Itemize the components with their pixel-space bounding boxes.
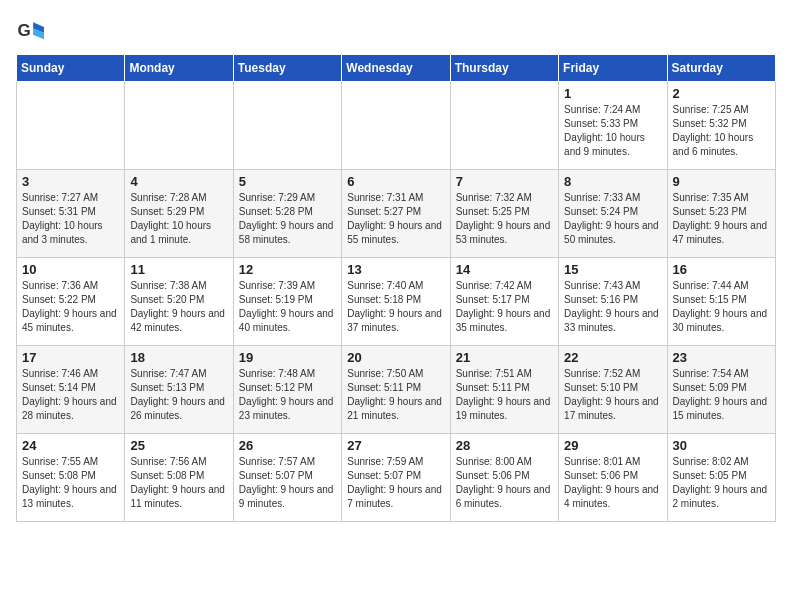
day-info: Sunrise: 7:57 AM Sunset: 5:07 PM Dayligh…	[239, 455, 336, 511]
day-number: 22	[564, 350, 661, 365]
header-monday: Monday	[125, 55, 233, 82]
calendar-cell: 20Sunrise: 7:50 AM Sunset: 5:11 PM Dayli…	[342, 346, 450, 434]
calendar-cell	[17, 82, 125, 170]
day-number: 25	[130, 438, 227, 453]
day-number: 17	[22, 350, 119, 365]
day-info: Sunrise: 7:44 AM Sunset: 5:15 PM Dayligh…	[673, 279, 770, 335]
calendar-cell: 3Sunrise: 7:27 AM Sunset: 5:31 PM Daylig…	[17, 170, 125, 258]
day-info: Sunrise: 7:35 AM Sunset: 5:23 PM Dayligh…	[673, 191, 770, 247]
logo-icon: G	[16, 16, 44, 44]
day-number: 6	[347, 174, 444, 189]
day-number: 27	[347, 438, 444, 453]
day-info: Sunrise: 7:50 AM Sunset: 5:11 PM Dayligh…	[347, 367, 444, 423]
day-info: Sunrise: 7:46 AM Sunset: 5:14 PM Dayligh…	[22, 367, 119, 423]
day-info: Sunrise: 7:24 AM Sunset: 5:33 PM Dayligh…	[564, 103, 661, 159]
day-info: Sunrise: 7:39 AM Sunset: 5:19 PM Dayligh…	[239, 279, 336, 335]
day-number: 12	[239, 262, 336, 277]
calendar-cell: 13Sunrise: 7:40 AM Sunset: 5:18 PM Dayli…	[342, 258, 450, 346]
day-number: 19	[239, 350, 336, 365]
day-number: 10	[22, 262, 119, 277]
day-number: 1	[564, 86, 661, 101]
day-info: Sunrise: 7:42 AM Sunset: 5:17 PM Dayligh…	[456, 279, 553, 335]
calendar-cell: 29Sunrise: 8:01 AM Sunset: 5:06 PM Dayli…	[559, 434, 667, 522]
calendar-cell: 26Sunrise: 7:57 AM Sunset: 5:07 PM Dayli…	[233, 434, 341, 522]
day-number: 2	[673, 86, 770, 101]
calendar-header-row: SundayMondayTuesdayWednesdayThursdayFrid…	[17, 55, 776, 82]
calendar-cell: 10Sunrise: 7:36 AM Sunset: 5:22 PM Dayli…	[17, 258, 125, 346]
calendar-cell: 9Sunrise: 7:35 AM Sunset: 5:23 PM Daylig…	[667, 170, 775, 258]
day-info: Sunrise: 7:36 AM Sunset: 5:22 PM Dayligh…	[22, 279, 119, 335]
day-info: Sunrise: 7:40 AM Sunset: 5:18 PM Dayligh…	[347, 279, 444, 335]
day-info: Sunrise: 7:25 AM Sunset: 5:32 PM Dayligh…	[673, 103, 770, 159]
calendar-week-row: 3Sunrise: 7:27 AM Sunset: 5:31 PM Daylig…	[17, 170, 776, 258]
day-info: Sunrise: 7:56 AM Sunset: 5:08 PM Dayligh…	[130, 455, 227, 511]
day-number: 24	[22, 438, 119, 453]
day-info: Sunrise: 7:54 AM Sunset: 5:09 PM Dayligh…	[673, 367, 770, 423]
day-number: 8	[564, 174, 661, 189]
day-number: 15	[564, 262, 661, 277]
day-info: Sunrise: 8:02 AM Sunset: 5:05 PM Dayligh…	[673, 455, 770, 511]
calendar-cell	[125, 82, 233, 170]
day-info: Sunrise: 7:52 AM Sunset: 5:10 PM Dayligh…	[564, 367, 661, 423]
day-number: 4	[130, 174, 227, 189]
svg-text:G: G	[18, 21, 31, 40]
calendar-cell: 27Sunrise: 7:59 AM Sunset: 5:07 PM Dayli…	[342, 434, 450, 522]
day-info: Sunrise: 7:43 AM Sunset: 5:16 PM Dayligh…	[564, 279, 661, 335]
day-number: 28	[456, 438, 553, 453]
day-number: 13	[347, 262, 444, 277]
calendar-cell	[233, 82, 341, 170]
calendar-table: SundayMondayTuesdayWednesdayThursdayFrid…	[16, 54, 776, 522]
day-number: 7	[456, 174, 553, 189]
calendar-cell: 17Sunrise: 7:46 AM Sunset: 5:14 PM Dayli…	[17, 346, 125, 434]
day-info: Sunrise: 8:01 AM Sunset: 5:06 PM Dayligh…	[564, 455, 661, 511]
day-number: 29	[564, 438, 661, 453]
day-info: Sunrise: 7:38 AM Sunset: 5:20 PM Dayligh…	[130, 279, 227, 335]
day-info: Sunrise: 7:29 AM Sunset: 5:28 PM Dayligh…	[239, 191, 336, 247]
calendar-cell: 21Sunrise: 7:51 AM Sunset: 5:11 PM Dayli…	[450, 346, 558, 434]
calendar-cell: 24Sunrise: 7:55 AM Sunset: 5:08 PM Dayli…	[17, 434, 125, 522]
calendar-cell: 6Sunrise: 7:31 AM Sunset: 5:27 PM Daylig…	[342, 170, 450, 258]
day-number: 26	[239, 438, 336, 453]
calendar-cell	[342, 82, 450, 170]
calendar-cell: 8Sunrise: 7:33 AM Sunset: 5:24 PM Daylig…	[559, 170, 667, 258]
calendar-week-row: 1Sunrise: 7:24 AM Sunset: 5:33 PM Daylig…	[17, 82, 776, 170]
header-thursday: Thursday	[450, 55, 558, 82]
calendar-cell: 23Sunrise: 7:54 AM Sunset: 5:09 PM Dayli…	[667, 346, 775, 434]
day-info: Sunrise: 7:59 AM Sunset: 5:07 PM Dayligh…	[347, 455, 444, 511]
calendar-cell: 22Sunrise: 7:52 AM Sunset: 5:10 PM Dayli…	[559, 346, 667, 434]
day-number: 3	[22, 174, 119, 189]
day-info: Sunrise: 7:47 AM Sunset: 5:13 PM Dayligh…	[130, 367, 227, 423]
day-info: Sunrise: 7:51 AM Sunset: 5:11 PM Dayligh…	[456, 367, 553, 423]
day-info: Sunrise: 7:31 AM Sunset: 5:27 PM Dayligh…	[347, 191, 444, 247]
calendar-cell: 30Sunrise: 8:02 AM Sunset: 5:05 PM Dayli…	[667, 434, 775, 522]
day-number: 11	[130, 262, 227, 277]
day-number: 30	[673, 438, 770, 453]
day-info: Sunrise: 7:55 AM Sunset: 5:08 PM Dayligh…	[22, 455, 119, 511]
header-sunday: Sunday	[17, 55, 125, 82]
day-number: 21	[456, 350, 553, 365]
calendar-cell: 7Sunrise: 7:32 AM Sunset: 5:25 PM Daylig…	[450, 170, 558, 258]
calendar-cell: 18Sunrise: 7:47 AM Sunset: 5:13 PM Dayli…	[125, 346, 233, 434]
day-info: Sunrise: 7:27 AM Sunset: 5:31 PM Dayligh…	[22, 191, 119, 247]
day-number: 20	[347, 350, 444, 365]
page-header: G	[16, 16, 776, 44]
calendar-cell: 5Sunrise: 7:29 AM Sunset: 5:28 PM Daylig…	[233, 170, 341, 258]
day-number: 16	[673, 262, 770, 277]
day-number: 5	[239, 174, 336, 189]
logo: G	[16, 16, 48, 44]
calendar-cell: 16Sunrise: 7:44 AM Sunset: 5:15 PM Dayli…	[667, 258, 775, 346]
day-number: 9	[673, 174, 770, 189]
header-saturday: Saturday	[667, 55, 775, 82]
calendar-cell: 2Sunrise: 7:25 AM Sunset: 5:32 PM Daylig…	[667, 82, 775, 170]
day-info: Sunrise: 7:48 AM Sunset: 5:12 PM Dayligh…	[239, 367, 336, 423]
calendar-cell: 11Sunrise: 7:38 AM Sunset: 5:20 PM Dayli…	[125, 258, 233, 346]
calendar-cell: 19Sunrise: 7:48 AM Sunset: 5:12 PM Dayli…	[233, 346, 341, 434]
calendar-cell: 28Sunrise: 8:00 AM Sunset: 5:06 PM Dayli…	[450, 434, 558, 522]
day-info: Sunrise: 7:33 AM Sunset: 5:24 PM Dayligh…	[564, 191, 661, 247]
day-number: 23	[673, 350, 770, 365]
header-tuesday: Tuesday	[233, 55, 341, 82]
day-number: 18	[130, 350, 227, 365]
calendar-cell: 4Sunrise: 7:28 AM Sunset: 5:29 PM Daylig…	[125, 170, 233, 258]
day-info: Sunrise: 7:32 AM Sunset: 5:25 PM Dayligh…	[456, 191, 553, 247]
header-wednesday: Wednesday	[342, 55, 450, 82]
